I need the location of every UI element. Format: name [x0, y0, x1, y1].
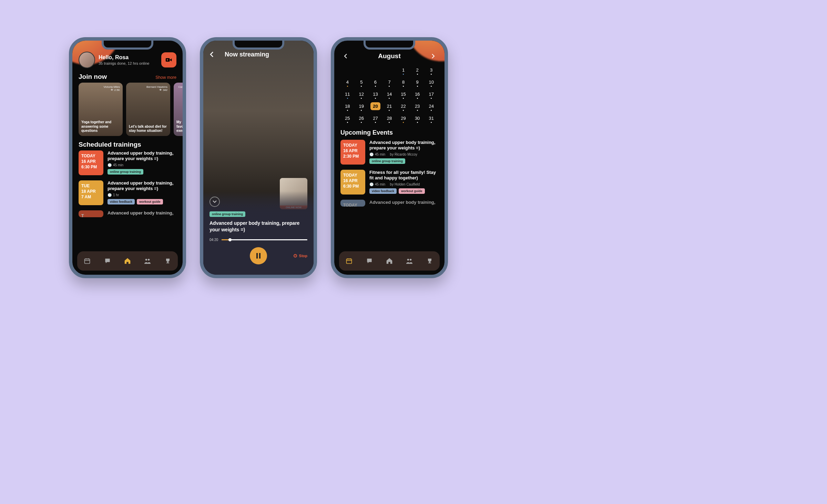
- calendar-day[interactable]: 17: [425, 90, 438, 99]
- calendar-day[interactable]: 2: [411, 65, 424, 75]
- calendar-day[interactable]: 28: [383, 114, 396, 124]
- calendar-day[interactable]: 20: [369, 102, 382, 112]
- stop-button[interactable]: Stop: [294, 254, 307, 258]
- event-dot: [375, 86, 376, 87]
- date-box: TODAY: [340, 200, 365, 207]
- tab-trophy[interactable]: [426, 257, 433, 265]
- live-card[interactable]: Victoria Miles👁 2.5K Yoga together and a…: [79, 83, 123, 136]
- scheduled-item[interactable]: T Advanced upper body training,: [79, 210, 176, 217]
- event-item[interactable]: TODAY Advanced upper body training,: [340, 200, 438, 207]
- pause-button[interactable]: [250, 247, 267, 264]
- event-dot: [347, 122, 348, 123]
- training-duration: 🕒 1 hr: [108, 193, 176, 197]
- calendar-day[interactable]: 24: [425, 102, 438, 112]
- card-meta: Victoria Miles👁 2.5K: [81, 85, 120, 92]
- calendar-day[interactable]: 14: [383, 90, 396, 99]
- tab-people[interactable]: [144, 257, 151, 265]
- calendar-day[interactable]: 21: [383, 102, 396, 112]
- streaming-title: Now streaming: [225, 51, 269, 58]
- scheduled-item[interactable]: TODAY16 APR6:30 PM Advanced upper body t…: [79, 150, 176, 175]
- event-dot: [431, 74, 432, 75]
- calendar-day[interactable]: 7: [383, 77, 396, 87]
- svg-rect-4: [256, 253, 258, 259]
- event-dot: [403, 74, 404, 75]
- calendar-day[interactable]: 8: [397, 77, 410, 87]
- greeting-text: Hello, Rosa: [99, 54, 149, 61]
- live-card[interactable]: Bernard Hawkins👁 342 Let's talk about di…: [126, 83, 170, 136]
- svg-point-2: [145, 259, 147, 260]
- tab-chat[interactable]: [366, 257, 373, 265]
- tab-trophy[interactable]: [164, 257, 172, 265]
- calendar-day[interactable]: 18: [341, 102, 354, 112]
- scheduled-item[interactable]: TUE18 APR7 AM Advanced upper body traini…: [79, 180, 176, 205]
- calendar-day[interactable]: 26: [355, 114, 368, 124]
- svg-rect-5: [259, 253, 261, 259]
- calendar-day[interactable]: 1: [397, 65, 410, 75]
- calendar-day[interactable]: 9: [411, 77, 424, 87]
- calendar-day: [383, 65, 396, 75]
- calendar-day[interactable]: 10: [425, 77, 438, 87]
- prev-month-icon[interactable]: [344, 53, 347, 59]
- event-dot: [347, 86, 348, 87]
- tab-chat[interactable]: [104, 257, 111, 265]
- event-title: Advanced upper body training, prepare yo…: [369, 140, 438, 151]
- add-video-button[interactable]: [161, 52, 176, 67]
- notch: [102, 41, 153, 50]
- tags: online group training: [369, 158, 438, 164]
- phone-calendar: August 123456789101112131415161718192021…: [331, 37, 448, 278]
- next-month-icon[interactable]: [431, 53, 435, 59]
- calendar-day[interactable]: 15: [397, 90, 410, 99]
- tab-people[interactable]: [406, 257, 413, 265]
- calendar-day[interactable]: 30: [411, 114, 424, 124]
- calendar-day[interactable]: 12: [355, 90, 368, 99]
- svg-point-3: [148, 259, 150, 260]
- calendar-day[interactable]: 31: [425, 114, 438, 124]
- calendar-day[interactable]: 29: [397, 114, 410, 124]
- calendar-icon: [84, 258, 91, 264]
- event-meta: 🕒 45 min by Holden Caulfield: [369, 182, 438, 186]
- greeting-block: Hello, Rosa 35 trainigs done, 12 hrs onl…: [99, 54, 149, 65]
- back-icon[interactable]: [210, 51, 214, 57]
- event-dot: [347, 110, 348, 111]
- collapse-button[interactable]: [210, 197, 220, 207]
- event-info: Advanced upper body training, prepare yo…: [369, 140, 438, 165]
- tag: online group training: [369, 158, 405, 164]
- trophy-icon: [426, 258, 433, 264]
- tab-calendar[interactable]: [345, 257, 353, 265]
- event-item[interactable]: TODAY16 APR2:30 PM Advanced upper body t…: [340, 140, 438, 165]
- scheduled-list: TODAY16 APR6:30 PM Advanced upper body t…: [72, 150, 183, 217]
- calendar-day[interactable]: 6: [369, 77, 382, 87]
- tab-home[interactable]: [124, 257, 131, 265]
- calendar-day[interactable]: 19: [355, 102, 368, 112]
- tag: video feedback: [369, 188, 397, 194]
- stream-tag: online group training: [210, 211, 245, 217]
- training-title: Advanced upper body training,: [108, 210, 176, 216]
- live-card[interactable]: Camero My favo exercise: [174, 83, 183, 136]
- tag: workout guide: [399, 188, 425, 194]
- tab-bar: [339, 251, 440, 271]
- calendar-day[interactable]: 5: [355, 77, 368, 87]
- calendar-day[interactable]: 22: [397, 102, 410, 112]
- calendar-day[interactable]: 25: [341, 114, 354, 124]
- tab-calendar[interactable]: [83, 257, 91, 265]
- card-title: Yoga together and answering some questio…: [81, 120, 120, 133]
- tab-home[interactable]: [386, 257, 393, 265]
- tab-bar: [77, 251, 178, 271]
- calendar-day[interactable]: 27: [369, 114, 382, 124]
- progress-track[interactable]: [222, 239, 307, 240]
- avatar[interactable]: [79, 52, 95, 68]
- event-dot: [361, 86, 362, 87]
- calendar-day[interactable]: 3: [425, 65, 438, 75]
- event-dot: [375, 98, 376, 99]
- show-more-link[interactable]: Show more: [155, 75, 176, 80]
- event-info: Advanced upper body training,: [369, 200, 438, 207]
- calendar-day[interactable]: 13: [369, 90, 382, 99]
- calendar-day[interactable]: 23: [411, 102, 424, 112]
- calendar-day[interactable]: 4: [341, 77, 354, 87]
- event-item[interactable]: TODAY16 APR6:30 PM Fitness for all your …: [340, 170, 438, 195]
- live-cards-row[interactable]: Victoria Miles👁 2.5K Yoga together and a…: [72, 83, 183, 136]
- tag: online group training: [108, 169, 143, 175]
- calendar-day[interactable]: 11: [341, 90, 354, 99]
- calendar-day[interactable]: 16: [411, 90, 424, 99]
- pause-icon: [256, 253, 261, 259]
